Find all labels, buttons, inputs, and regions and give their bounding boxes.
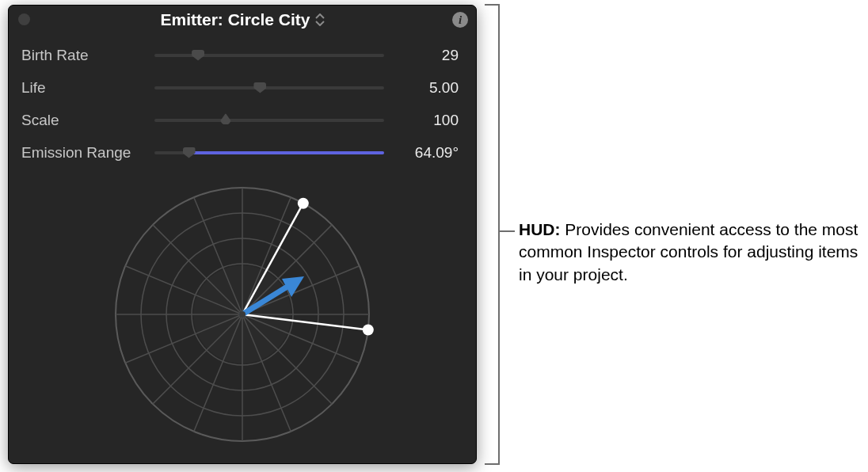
svg-point-24 [239,311,246,318]
hud-panel: Emitter: Circle City i Birth Rate 29 Lif… [8,5,477,464]
emission-dial-wrap [9,169,476,449]
title-dropdown[interactable]: Emitter: Circle City [160,10,324,29]
param-row-life: Life 5.00 [21,71,463,104]
callout-label: HUD: [519,220,561,238]
titlebar: Emitter: Circle City i [9,6,476,34]
callout-text: HUD: Provides convenient access to the m… [519,219,859,286]
info-button[interactable]: i [452,12,468,28]
param-value[interactable]: 100 [384,112,463,129]
panel-title: Emitter: Circle City [160,10,310,29]
emission-angle-dial[interactable] [108,180,377,449]
param-label: Birth Rate [21,47,154,64]
param-value[interactable]: 29 [384,47,463,64]
params-list: Birth Rate 29 Life 5.00 Scale 100 E [9,34,476,169]
slider-fill [189,151,385,154]
param-row-emission-range: Emission Range 64.09° [21,136,463,169]
range-handle-bottom[interactable] [363,325,374,336]
param-value[interactable]: 64.09° [384,144,463,162]
emission-range-slider[interactable] [154,146,384,160]
range-handle-top[interactable] [298,198,309,209]
birth-rate-slider[interactable] [154,48,384,63]
param-value[interactable]: 5.00 [384,79,463,97]
stepper-icon [315,13,325,26]
param-row-birth-rate: Birth Rate 29 [21,39,463,71]
callout-body: Provides convenient access to the most c… [519,220,858,284]
slider-thumb[interactable] [192,50,204,61]
callout-bracket [483,3,516,466]
scale-slider[interactable] [154,113,384,128]
slider-thumb[interactable] [253,82,266,93]
life-slider[interactable] [154,81,384,95]
slider-thumb[interactable] [220,113,231,124]
param-row-scale: Scale 100 [21,104,463,136]
param-label: Scale [21,112,154,129]
param-label: Life [21,79,154,97]
slider-track [154,54,384,57]
param-label: Emission Range [21,144,154,162]
slider-track [154,86,384,89]
slider-track [154,119,384,122]
close-window-dot[interactable] [18,13,30,25]
slider-thumb[interactable] [183,147,196,158]
